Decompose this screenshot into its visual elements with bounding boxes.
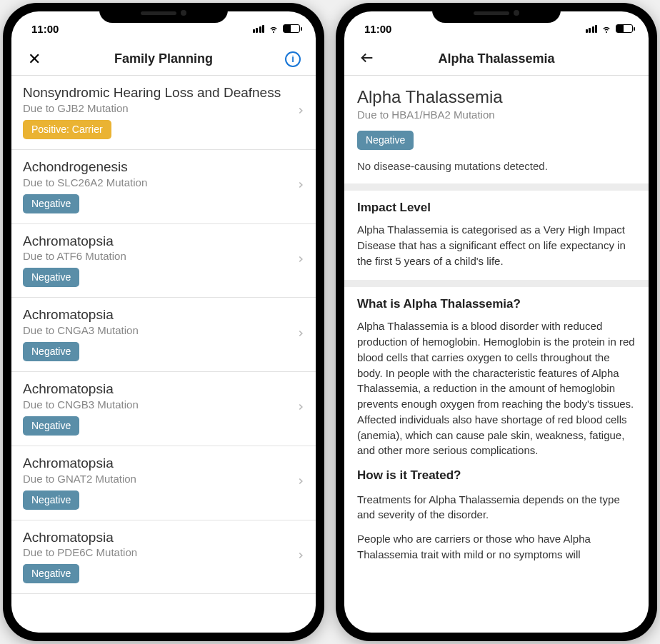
notch <box>99 3 228 23</box>
detail-sub: Due to HBA1/HBA2 Mutation <box>357 109 636 121</box>
notch <box>432 3 561 23</box>
item-title: Achondrogenesis <box>23 159 304 176</box>
item-sub: Due to ATF6 Mutation <box>23 250 304 262</box>
item-title: Achromatopsia <box>23 455 304 472</box>
page-title: Alpha Thalassemia <box>438 51 554 66</box>
paragraph: People who are carriers or those who hav… <box>357 531 636 563</box>
list-item[interactable]: Achromatopsia Due to CNGB3 Mutation Nega… <box>11 372 316 446</box>
impact-section: Impact Level Alpha Thalassemia is catego… <box>344 191 649 280</box>
nav-right-spacer <box>614 48 637 71</box>
item-title: Achromatopsia <box>23 529 304 546</box>
phone-frame-right: 11:00 Alpha Thalassemia Alpha Thalassemi… <box>336 3 657 641</box>
info-icon: i <box>285 51 301 67</box>
paragraph: Treatments for Alpha Thalassemia depends… <box>357 492 636 523</box>
item-sub: Due to GNAT2 Mutation <box>23 473 304 485</box>
detail-summary: No disease-causing mutations detected. <box>357 160 636 172</box>
list-item[interactable]: Achondrogenesis Due to SLC26A2 Mutation … <box>11 150 316 224</box>
wifi-icon <box>268 23 279 34</box>
wifi-icon <box>601 23 612 34</box>
back-arrow-icon <box>359 50 375 69</box>
detail-scroll[interactable]: Alpha Thalassemia Due to HBA1/HBA2 Mutat… <box>344 76 649 633</box>
list-item[interactable]: Achromatopsia Due to GNAT2 Mutation Nega… <box>11 446 316 520</box>
what-is-section: What is Alpha Thalassemia? Alpha Thalass… <box>344 287 649 582</box>
paragraph: Alpha Thalassemia is a blood disorder wi… <box>357 318 636 458</box>
nav-bar: Alpha Thalassemia <box>344 43 649 76</box>
status-badge: Positive: Carrier <box>23 120 111 139</box>
phone-frame-left: 11:00 ✕ Family Planning i Nonsyndromic H… <box>3 3 324 641</box>
detail-header: Alpha Thalassemia Due to HBA1/HBA2 Mutat… <box>344 76 649 183</box>
status-icons <box>253 23 301 34</box>
item-title: Nonsyndromic Hearing Loss and Deafness <box>23 84 304 101</box>
list-item[interactable]: Achromatopsia Due to CNGA3 Mutation Nega… <box>11 298 316 372</box>
status-badge: Negative <box>23 194 79 213</box>
chevron-right-icon <box>296 476 306 489</box>
item-sub: Due to CNGB3 Mutation <box>23 398 304 411</box>
chevron-right-icon <box>296 106 306 119</box>
section-divider <box>344 280 649 287</box>
battery-icon <box>283 24 300 33</box>
chevron-right-icon <box>296 402 306 415</box>
status-time: 11:00 <box>364 23 391 35</box>
status-badge: Negative <box>23 490 79 510</box>
status-badge: Negative <box>23 564 79 583</box>
status-badge: Negative <box>357 131 414 150</box>
nav-bar: ✕ Family Planning i <box>11 43 316 76</box>
list-item[interactable]: Achromatopsia Due to PDE6C Mutation Nega… <box>11 520 316 595</box>
detail-title: Alpha Thalassemia <box>357 87 636 107</box>
chevron-right-icon <box>296 254 306 267</box>
chevron-right-icon <box>296 328 306 341</box>
status-time: 11:00 <box>31 23 59 35</box>
signal-icon <box>253 25 265 33</box>
chevron-right-icon <box>296 180 306 193</box>
status-icons <box>586 23 634 34</box>
item-sub: Due to GJB2 Mutation <box>23 102 304 114</box>
section-heading: Impact Level <box>357 201 636 215</box>
info-button[interactable]: i <box>281 48 304 71</box>
item-title: Achromatopsia <box>23 233 304 250</box>
section-divider <box>344 183 649 191</box>
item-sub: Due to SLC26A2 Mutation <box>23 176 304 188</box>
signal-icon <box>586 25 598 33</box>
status-badge: Negative <box>23 268 79 287</box>
section-body: Alpha Thalassemia is categorised as a Ve… <box>357 222 636 268</box>
section-body: Alpha Thalassemia is a blood disorder wi… <box>357 318 636 562</box>
chevron-right-icon <box>296 550 306 563</box>
battery-icon <box>616 24 633 33</box>
item-sub: Due to CNGA3 Mutation <box>23 324 304 336</box>
status-badge: Negative <box>23 416 79 436</box>
back-button[interactable] <box>356 48 379 71</box>
close-icon: ✕ <box>28 50 41 69</box>
item-title: Achromatopsia <box>23 306 304 323</box>
screen-left: 11:00 ✕ Family Planning i Nonsyndromic H… <box>11 11 316 633</box>
section-heading: What is Alpha Thalassemia? <box>357 297 636 311</box>
section-heading: How is it Treated? <box>357 467 636 485</box>
screen-right: 11:00 Alpha Thalassemia Alpha Thalassemi… <box>344 11 649 633</box>
item-sub: Due to PDE6C Mutation <box>23 546 304 558</box>
item-title: Achromatopsia <box>23 381 304 398</box>
condition-list[interactable]: Nonsyndromic Hearing Loss and Deafness D… <box>11 76 316 633</box>
status-badge: Negative <box>23 342 79 361</box>
list-item[interactable]: Nonsyndromic Hearing Loss and Deafness D… <box>11 76 316 150</box>
close-button[interactable]: ✕ <box>23 48 46 71</box>
page-title: Family Planning <box>114 51 213 66</box>
list-item[interactable]: Achromatopsia Due to ATF6 Mutation Negat… <box>11 224 316 298</box>
